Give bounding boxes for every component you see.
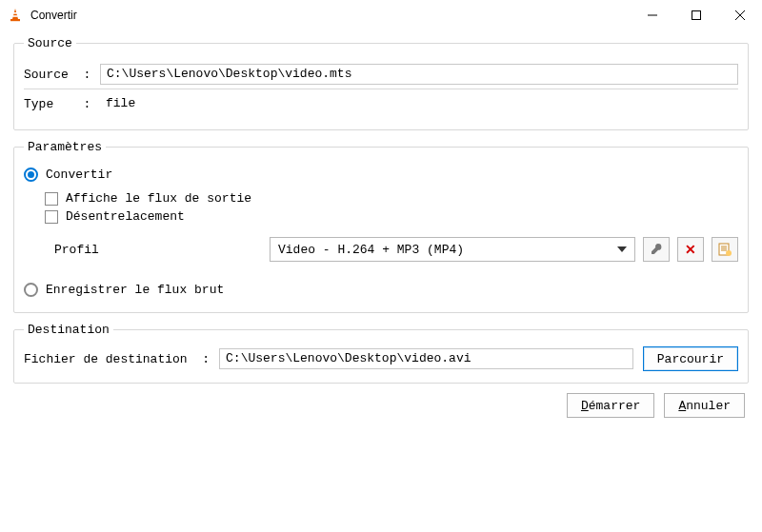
close-button[interactable] [718,0,762,30]
convert-radio[interactable]: Convertir [24,167,112,182]
source-input[interactable]: C:\Users\Lenovo\Desktop\video.mts [100,64,738,85]
edit-profile-button[interactable] [643,237,670,262]
type-label: Type : [24,97,100,111]
content-area: Source Source : C:\Users\Lenovo\Desktop\… [0,30,762,427]
dest-file-label: Fichier de destination : [24,352,210,366]
source-legend: Source [24,36,76,50]
radio-off-icon [24,283,38,297]
source-group: Source Source : C:\Users\Lenovo\Desktop\… [13,36,749,130]
show-output-checkbox[interactable]: Affiche le flux de sortie [45,191,251,206]
cancel-button[interactable]: Annuler [664,393,745,418]
source-label: Source : [24,68,100,82]
divider [24,89,738,89]
destination-legend: Destination [24,323,113,337]
checkbox-icon [45,192,58,206]
new-profile-button[interactable] [712,237,738,262]
svg-rect-3 [10,19,20,21]
chevron-down-icon [617,246,627,252]
params-group: Paramètres Convertir Affiche le flux de … [13,140,749,313]
profile-value: Video - H.264 + MP3 (MP4) [278,243,464,257]
radio-on-icon [24,167,38,182]
window-title: Convertir [30,9,631,22]
raw-radio[interactable]: Enregistrer le flux brut [24,283,224,297]
delete-profile-button[interactable]: ✕ [677,237,704,262]
destination-group: Destination Fichier de destination : C:\… [13,323,749,384]
start-button[interactable]: Démarrer [567,393,654,418]
browse-button[interactable]: Parcourir [643,346,738,371]
svg-rect-1 [13,12,17,14]
dialog-footer: Démarrer Annuler [13,393,749,418]
dest-file-input[interactable]: C:\Users\Lenovo\Desktop\video.avi [219,348,633,369]
show-output-label: Affiche le flux de sortie [66,191,251,206]
deinterlace-label: Désentrelacement [66,209,185,224]
x-icon: ✕ [685,242,696,257]
vlc-icon [8,8,23,23]
browse-button-label: Parcourir [657,352,724,366]
svg-rect-2 [12,15,17,17]
wrench-icon [650,243,663,256]
deinterlace-checkbox[interactable]: Désentrelacement [45,209,185,224]
maximize-button[interactable] [674,0,718,30]
convert-radio-label: Convertir [46,167,112,182]
profile-select[interactable]: Video - H.264 + MP3 (MP4) [270,237,635,262]
profile-label: Profil [24,243,262,257]
params-legend: Paramètres [24,140,106,154]
titlebar: Convertir [0,0,762,30]
raw-radio-label: Enregistrer le flux brut [46,283,224,297]
type-value: file [100,93,738,114]
cancel-button-label: Annuler [678,399,731,413]
start-button-label: Démarrer [581,399,640,413]
checkbox-icon [45,210,58,224]
svg-rect-5 [692,11,701,20]
new-file-icon [718,243,732,256]
svg-point-12 [726,250,732,256]
minimize-button[interactable] [631,0,674,30]
